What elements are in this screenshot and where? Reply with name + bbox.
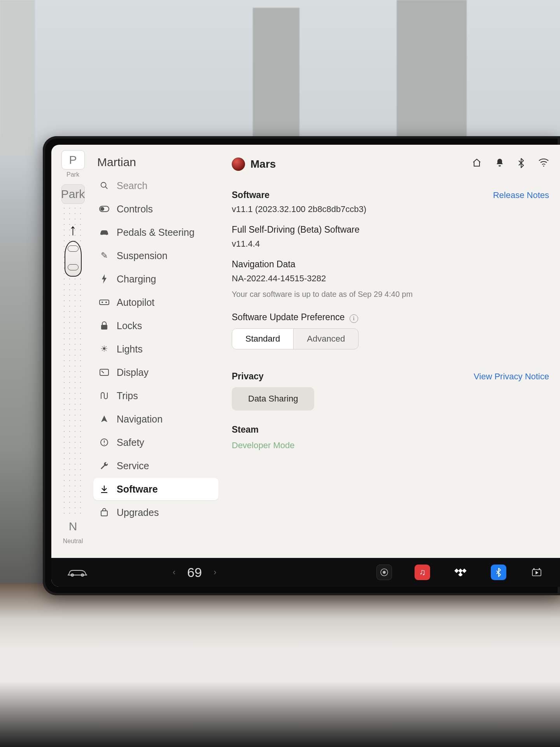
svg-rect-25 bbox=[458, 568, 462, 573]
navdata-heading: Navigation Data bbox=[232, 259, 549, 270]
update-pref-heading: Software Update Preference bbox=[232, 312, 345, 322]
bluetooth-icon[interactable] bbox=[518, 158, 524, 170]
info-icon[interactable]: i bbox=[350, 314, 358, 323]
svg-line-1 bbox=[105, 187, 107, 189]
profile-name[interactable]: Martian bbox=[93, 154, 219, 174]
gear-neutral: N Neutral bbox=[61, 517, 85, 551]
sidebar-item-trips[interactable]: Trips bbox=[93, 384, 219, 407]
sidebar-item-label: Charging bbox=[117, 274, 156, 285]
avatar[interactable] bbox=[232, 158, 245, 171]
music-app-icon[interactable]: ♫ bbox=[415, 565, 430, 580]
svg-point-31 bbox=[539, 568, 540, 569]
sidebar-item-pedals-steering[interactable]: Pedals & Steering bbox=[93, 221, 219, 244]
svg-rect-9 bbox=[101, 325, 107, 330]
sidebar-item-charging[interactable]: Charging bbox=[93, 268, 219, 290]
gear-column: P Park Park ↑ N Neutral bbox=[51, 145, 90, 558]
pref-advanced-button[interactable]: Advanced bbox=[294, 329, 358, 349]
tidal-app-icon[interactable] bbox=[453, 565, 468, 580]
svg-rect-17 bbox=[101, 511, 107, 516]
main-panel: Mars bbox=[222, 145, 560, 558]
svg-point-5 bbox=[106, 233, 107, 235]
sidebar-item-software[interactable]: Software bbox=[93, 478, 219, 500]
car-launcher-icon[interactable] bbox=[67, 568, 88, 577]
fsd-version: v11.4.4 bbox=[232, 239, 549, 249]
display-icon bbox=[99, 369, 110, 376]
sidebar-item-service[interactable]: Service bbox=[93, 454, 219, 477]
car-top-icon bbox=[65, 241, 82, 277]
driving-lane-visualization: ↑ bbox=[61, 205, 85, 517]
display-bezel: P Park Park ↑ N Neutral Martian bbox=[43, 136, 560, 595]
lock-icon bbox=[99, 321, 110, 330]
svg-rect-6 bbox=[100, 300, 109, 305]
gear-neutral-button[interactable]: N bbox=[61, 517, 85, 536]
sun-icon: ☀︎ bbox=[99, 344, 110, 354]
software-version: v11.1 (2023.32.100 2b8c8db7ccb3) bbox=[232, 204, 549, 214]
bluetooth-app-icon[interactable] bbox=[491, 565, 506, 580]
route-icon bbox=[99, 392, 110, 400]
gear-letter-n: N bbox=[69, 520, 77, 533]
chevron-right-icon[interactable]: › bbox=[214, 567, 216, 577]
search-icon bbox=[99, 181, 110, 190]
sidebar-item-label: Suspension bbox=[117, 250, 168, 261]
sidebar-item-label: Safety bbox=[117, 437, 144, 448]
svg-rect-27 bbox=[458, 572, 462, 576]
sidebar-item-controls[interactable]: Controls bbox=[93, 198, 219, 220]
video-app-icon[interactable] bbox=[529, 565, 544, 580]
download-icon bbox=[99, 485, 110, 493]
sidebar-item-label: Display bbox=[117, 367, 149, 378]
warn-icon bbox=[99, 438, 110, 447]
sidebar-item-label: Pedals & Steering bbox=[117, 227, 194, 238]
gear-park-label-small: Park bbox=[61, 188, 85, 201]
sidebar-item-autopilot[interactable]: Autopilot bbox=[93, 291, 219, 314]
chevron-left-icon[interactable]: ‹ bbox=[173, 567, 175, 577]
svg-rect-10 bbox=[100, 369, 108, 375]
climate-control[interactable]: ‹ 69 › bbox=[173, 565, 216, 580]
sidebar-item-label: Locks bbox=[117, 320, 142, 331]
svg-point-0 bbox=[101, 182, 106, 188]
data-sharing-button[interactable]: Data Sharing bbox=[232, 387, 314, 410]
steam-heading: Steam bbox=[232, 424, 549, 435]
sidebar-item-display[interactable]: Display bbox=[93, 361, 219, 384]
notifications-icon[interactable] bbox=[495, 158, 504, 170]
temperature-value: 69 bbox=[187, 565, 202, 580]
update-status: Your car software is up to date as of Se… bbox=[232, 290, 549, 299]
svg-point-3 bbox=[100, 207, 104, 211]
steering-wheel-icon bbox=[99, 299, 110, 305]
gear-park-button[interactable]: P bbox=[61, 150, 85, 170]
svg-point-8 bbox=[105, 302, 107, 303]
update-pref-segmented: Standard Advanced bbox=[232, 328, 359, 349]
svg-point-18 bbox=[543, 166, 544, 167]
sidebar-item-search[interactable]: Search bbox=[93, 174, 219, 197]
bag-icon bbox=[99, 508, 110, 517]
home-icon[interactable] bbox=[472, 158, 481, 170]
sidebar-item-navigation[interactable]: Navigation bbox=[93, 408, 219, 430]
fsd-heading: Full Self-Driving (Beta) Software bbox=[232, 224, 549, 235]
sidebar-item-locks[interactable]: Locks bbox=[93, 314, 219, 337]
svg-point-7 bbox=[102, 302, 103, 303]
sidebar-item-upgrades[interactable]: Upgrades bbox=[93, 501, 219, 524]
dashcam-icon[interactable] bbox=[376, 565, 392, 580]
pen-icon: ✎ bbox=[99, 251, 110, 261]
wifi-icon[interactable] bbox=[538, 158, 549, 170]
bolt-icon bbox=[99, 274, 110, 284]
svg-rect-26 bbox=[462, 568, 466, 573]
sidebar-item-label: Service bbox=[117, 460, 149, 472]
svg-point-14 bbox=[104, 444, 105, 445]
sidebar-item-suspension[interactable]: ✎ Suspension bbox=[93, 244, 219, 267]
sidebar-item-label: Software bbox=[117, 484, 158, 495]
pref-standard-button[interactable]: Standard bbox=[232, 329, 294, 349]
privacy-notice-link[interactable]: View Privacy Notice bbox=[474, 372, 549, 382]
developer-mode-button[interactable]: Developer Mode bbox=[232, 440, 549, 451]
sidebar-item-label: Search bbox=[117, 180, 147, 191]
navdata-version: NA-2022.44-14515-3282 bbox=[232, 274, 549, 284]
bottom-dock: ‹ 69 › ♫ bbox=[51, 558, 560, 587]
sidebar-item-label: Lights bbox=[117, 344, 143, 355]
sidebar-item-label: Navigation bbox=[117, 414, 163, 425]
release-notes-link[interactable]: Release Notes bbox=[493, 190, 549, 200]
gear-letter: P bbox=[69, 153, 77, 167]
svg-point-4 bbox=[101, 233, 103, 235]
sidebar-item-safety[interactable]: Safety bbox=[93, 431, 219, 454]
sidebar-item-lights[interactable]: ☀︎ Lights bbox=[93, 338, 219, 360]
svg-rect-24 bbox=[454, 568, 458, 573]
music-glyph: ♫ bbox=[419, 567, 426, 577]
